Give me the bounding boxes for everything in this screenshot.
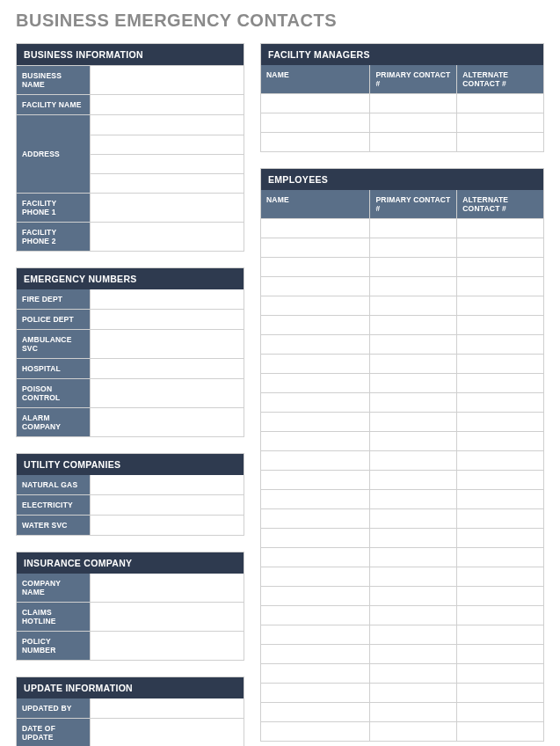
- value-business-name[interactable]: [91, 66, 244, 94]
- address-line-1[interactable]: [91, 115, 244, 135]
- insurance-value[interactable]: [91, 574, 244, 602]
- employee-primary[interactable]: [370, 451, 457, 470]
- employee-primary[interactable]: [370, 413, 457, 431]
- employee-name[interactable]: [261, 258, 370, 276]
- value-facility-phone-1[interactable]: [91, 194, 244, 222]
- employee-alternate[interactable]: [457, 316, 543, 334]
- employee-alternate[interactable]: [457, 664, 543, 683]
- employee-alternate[interactable]: [457, 567, 543, 586]
- employee-primary[interactable]: [370, 258, 457, 276]
- employee-name[interactable]: [261, 645, 370, 663]
- facility-manager-alternate[interactable]: [457, 94, 543, 113]
- employee-name[interactable]: [261, 703, 370, 721]
- facility-manager-name[interactable]: [261, 113, 370, 132]
- facility-manager-alternate[interactable]: [457, 133, 543, 151]
- employee-name[interactable]: [261, 374, 370, 392]
- employee-name[interactable]: [261, 296, 370, 315]
- employee-primary[interactable]: [370, 277, 457, 296]
- facility-manager-name[interactable]: [261, 94, 370, 113]
- employee-primary[interactable]: [370, 567, 457, 586]
- employee-primary[interactable]: [370, 664, 457, 683]
- employee-primary[interactable]: [370, 316, 457, 334]
- utility-value[interactable]: [91, 516, 244, 535]
- employee-name[interactable]: [261, 316, 370, 334]
- emergency-value[interactable]: [91, 379, 244, 407]
- utility-value[interactable]: [91, 495, 244, 515]
- employee-alternate[interactable]: [457, 625, 543, 644]
- value-facility-name[interactable]: [91, 95, 244, 114]
- employee-name[interactable]: [261, 587, 370, 605]
- employee-primary[interactable]: [370, 587, 457, 605]
- employee-primary[interactable]: [370, 335, 457, 354]
- employee-primary[interactable]: [370, 490, 457, 508]
- employee-name[interactable]: [261, 393, 370, 412]
- employee-name[interactable]: [261, 335, 370, 354]
- value-facility-phone-2[interactable]: [91, 223, 244, 251]
- employee-alternate[interactable]: [457, 393, 543, 412]
- employee-alternate[interactable]: [457, 238, 543, 257]
- employee-primary[interactable]: [370, 238, 457, 257]
- address-line-2[interactable]: [91, 135, 244, 154]
- employee-alternate[interactable]: [457, 413, 543, 431]
- employee-primary[interactable]: [370, 548, 457, 567]
- employee-alternate[interactable]: [457, 684, 543, 702]
- employee-name[interactable]: [261, 625, 370, 644]
- employee-primary[interactable]: [370, 355, 457, 373]
- emergency-value[interactable]: [91, 289, 244, 309]
- insurance-value[interactable]: [91, 603, 244, 631]
- employee-name[interactable]: [261, 722, 370, 741]
- employee-primary[interactable]: [370, 296, 457, 315]
- facility-manager-name[interactable]: [261, 133, 370, 151]
- employee-name[interactable]: [261, 509, 370, 528]
- employee-primary[interactable]: [370, 471, 457, 489]
- emergency-value[interactable]: [91, 408, 244, 436]
- employee-alternate[interactable]: [457, 451, 543, 470]
- employee-primary[interactable]: [370, 509, 457, 528]
- update-value[interactable]: [91, 698, 244, 718]
- employee-primary[interactable]: [370, 703, 457, 721]
- emergency-value[interactable]: [91, 359, 244, 378]
- employee-alternate[interactable]: [457, 335, 543, 354]
- employee-alternate[interactable]: [457, 703, 543, 721]
- employee-name[interactable]: [261, 684, 370, 702]
- employee-primary[interactable]: [370, 684, 457, 702]
- employee-alternate[interactable]: [457, 355, 543, 373]
- employee-alternate[interactable]: [457, 219, 543, 238]
- employee-name[interactable]: [261, 471, 370, 489]
- employee-name[interactable]: [261, 355, 370, 373]
- employee-alternate[interactable]: [457, 432, 543, 450]
- employee-alternate[interactable]: [457, 471, 543, 489]
- employee-primary[interactable]: [370, 625, 457, 644]
- employee-name[interactable]: [261, 529, 370, 547]
- employee-alternate[interactable]: [457, 645, 543, 663]
- employee-primary[interactable]: [370, 432, 457, 450]
- employee-primary[interactable]: [370, 606, 457, 625]
- employee-primary[interactable]: [370, 529, 457, 547]
- employee-primary[interactable]: [370, 722, 457, 741]
- address-line-3[interactable]: [91, 154, 244, 173]
- employee-alternate[interactable]: [457, 374, 543, 392]
- employee-alternate[interactable]: [457, 529, 543, 547]
- employee-name[interactable]: [261, 432, 370, 450]
- address-line-4[interactable]: [91, 173, 244, 193]
- utility-value[interactable]: [91, 475, 244, 494]
- employee-primary[interactable]: [370, 219, 457, 238]
- employee-alternate[interactable]: [457, 548, 543, 567]
- employee-name[interactable]: [261, 451, 370, 470]
- employee-name[interactable]: [261, 219, 370, 238]
- employee-alternate[interactable]: [457, 296, 543, 315]
- employee-name[interactable]: [261, 490, 370, 508]
- employee-name[interactable]: [261, 664, 370, 683]
- update-value[interactable]: [91, 719, 244, 746]
- employee-primary[interactable]: [370, 645, 457, 663]
- employee-name[interactable]: [261, 567, 370, 586]
- employee-alternate[interactable]: [457, 509, 543, 528]
- facility-manager-primary[interactable]: [370, 94, 457, 113]
- employee-alternate[interactable]: [457, 490, 543, 508]
- emergency-value[interactable]: [91, 310, 244, 329]
- employee-name[interactable]: [261, 238, 370, 257]
- employee-name[interactable]: [261, 277, 370, 296]
- insurance-value[interactable]: [91, 632, 244, 660]
- employee-name[interactable]: [261, 606, 370, 625]
- employee-alternate[interactable]: [457, 606, 543, 625]
